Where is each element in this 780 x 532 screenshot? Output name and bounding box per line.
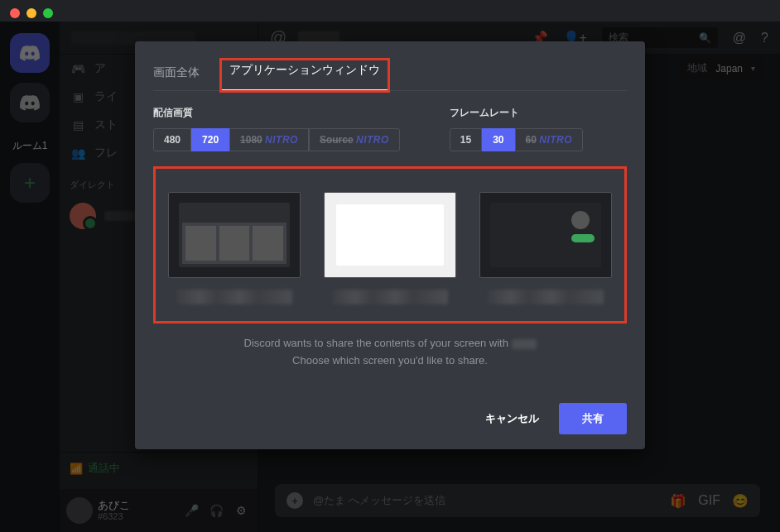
window-thumbnail: [168, 192, 301, 278]
quality-group: 配信画質 480 720 1080 NITRO Source NITRO: [153, 106, 400, 151]
modal-footer: キャンセル 共有: [153, 403, 627, 434]
cancel-button[interactable]: キャンセル: [470, 403, 554, 434]
window-option-1[interactable]: [166, 192, 303, 304]
close-window-button[interactable]: [10, 8, 20, 18]
fullscreen-window-button[interactable]: [43, 8, 53, 18]
fps-60-button[interactable]: 60 NITRO: [515, 128, 584, 151]
window-traffic-lights: [10, 8, 53, 18]
share-button[interactable]: 共有: [559, 403, 627, 434]
quality-source-button[interactable]: Source NITRO: [309, 128, 400, 151]
window-title: [488, 290, 604, 304]
window-options: [153, 166, 627, 324]
window-option-3[interactable]: [477, 192, 614, 304]
tab-app-window[interactable]: アプリケーションウィンドウ: [221, 60, 388, 91]
quality-1080-button[interactable]: 1080 NITRO: [229, 128, 309, 151]
framerate-label: フレームレート: [450, 106, 583, 120]
quality-segmented: 480 720 1080 NITRO Source NITRO: [153, 128, 400, 151]
window-thumbnail: [479, 192, 612, 278]
share-line2: Choose which screen you'd like to share.: [292, 354, 488, 367]
minimize-window-button[interactable]: [26, 8, 36, 18]
framerate-group: フレームレート 15 30 60 NITRO: [450, 106, 583, 151]
modal-overlay: 画面全体 アプリケーションウィンドウ 配信画質 480 720 1080 NIT…: [0, 22, 780, 532]
stream-settings: 配信画質 480 720 1080 NITRO Source NITRO フレー…: [153, 106, 627, 151]
quality-480-button[interactable]: 480: [153, 128, 191, 151]
redacted-app-name: [512, 339, 537, 349]
fps-15-button[interactable]: 15: [450, 128, 482, 151]
framerate-segmented: 15 30 60 NITRO: [450, 128, 583, 151]
share-source-tabs: 画面全体 アプリケーションウィンドウ: [153, 60, 627, 91]
share-permission-text: Discord wants to share the contents of y…: [153, 335, 627, 370]
window-title: [176, 290, 292, 304]
quality-label: 配信画質: [153, 106, 400, 120]
fps-30-button[interactable]: 30: [482, 128, 514, 151]
screen-share-modal: 画面全体 アプリケーションウィンドウ 配信画質 480 720 1080 NIT…: [135, 41, 645, 449]
window-title: [332, 290, 448, 304]
quality-720-button[interactable]: 720: [191, 128, 229, 151]
tab-fullscreen[interactable]: 画面全体: [153, 60, 200, 90]
share-line1: Discord wants to share the contents of y…: [244, 337, 512, 349]
window-thumbnail: [324, 192, 456, 278]
window-option-2[interactable]: [321, 192, 459, 304]
